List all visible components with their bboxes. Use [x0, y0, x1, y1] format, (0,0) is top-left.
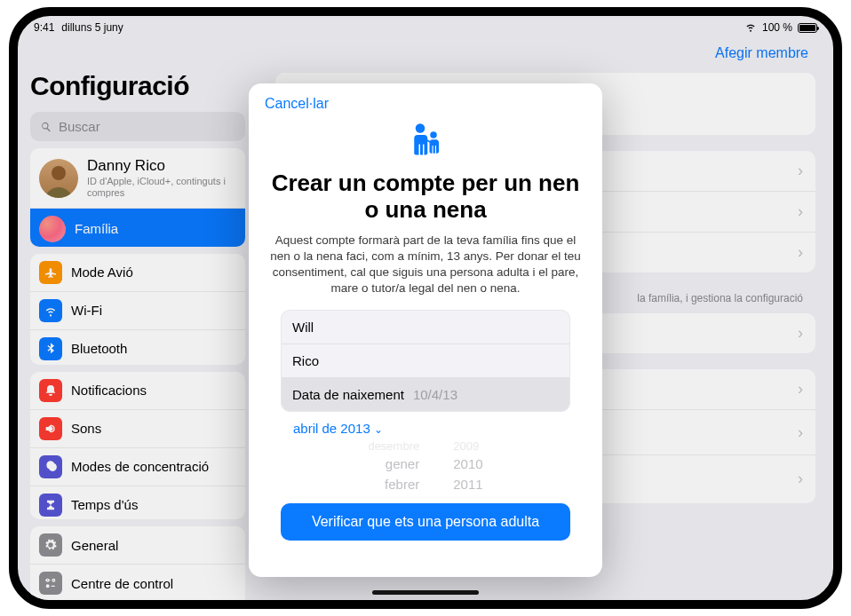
sidebar-item-label: Temps d'ús — [71, 497, 236, 512]
page-title: Configuració — [30, 71, 245, 101]
cancel-button[interactable]: Cancel·lar — [265, 96, 329, 112]
add-member-button[interactable]: Afegir membre — [715, 45, 808, 61]
date-picker-wheel[interactable]: desembre gener febrer 2009 2010 2011 — [265, 438, 586, 495]
month-year-label: abril de 2013 — [293, 421, 370, 436]
sidebar-item[interactable]: Notificacions — [30, 372, 245, 409]
sidebar-item[interactable]: Modes de concentració — [30, 447, 245, 486]
wheel-year: 2010 — [453, 454, 482, 475]
chevron-right-icon: › — [798, 470, 803, 488]
wheel-month: gener — [386, 454, 419, 475]
wifi-icon — [744, 20, 757, 36]
sidebar-item-label: Família — [75, 221, 236, 236]
sidebar-profile[interactable]: Danny Rico ID d'Apple, iCloud+, contingu… — [30, 148, 245, 208]
sidebar-item[interactable]: Sons — [30, 409, 245, 447]
wheel-year: 2011 — [453, 475, 482, 495]
home-indicator[interactable] — [372, 590, 479, 595]
search-icon — [39, 120, 53, 134]
sidebar-item[interactable]: General — [30, 526, 245, 564]
settings-icon — [39, 379, 62, 402]
chevron-right-icon: › — [798, 324, 803, 343]
sidebar-item-label: Centre de control — [71, 576, 236, 591]
settings-icon — [39, 572, 62, 595]
settings-icon — [39, 455, 62, 478]
sidebar-item[interactable]: Temps d'ús — [30, 486, 245, 520]
settings-icon — [39, 261, 62, 284]
sidebar-item-label: Sons — [71, 421, 236, 436]
search-input[interactable]: Buscar — [30, 112, 245, 141]
sidebar-item-label: Notificacions — [71, 383, 236, 398]
avatar — [39, 159, 78, 198]
status-time: 9:41 — [34, 21, 54, 34]
settings-icon — [39, 299, 62, 322]
birthdate-label: Data de naixement — [292, 387, 404, 402]
chevron-down-icon: ⌄ — [374, 423, 383, 436]
svg-point-1 — [430, 131, 437, 138]
last-name-field[interactable]: Rico — [282, 344, 569, 377]
chevron-right-icon: › — [798, 423, 803, 442]
svg-point-0 — [416, 123, 426, 133]
wheel-year: 2009 — [453, 438, 479, 455]
battery-icon — [798, 23, 817, 33]
settings-icon — [39, 337, 62, 360]
search-placeholder: Buscar — [59, 119, 100, 134]
create-child-account-sheet: Cancel·lar Crear un compte per un nen o … — [249, 83, 602, 577]
chevron-right-icon: › — [798, 243, 803, 262]
sheet-title: Crear un compte per un nen o una nena — [265, 170, 586, 224]
settings-icon — [39, 533, 62, 557]
wheel-month: febrer — [385, 475, 419, 495]
sidebar-item-label: General — [71, 538, 236, 553]
status-date: dilluns 5 juny — [61, 21, 123, 34]
sidebar-item-label: Wi-Fi — [71, 303, 236, 318]
sidebar-item[interactable]: Mode Avió — [30, 254, 245, 291]
status-bar: 9:41 dilluns 5 juny 100 % — [18, 16, 833, 39]
birthdate-value: 10/4/13 — [413, 387, 457, 402]
sidebar-item-label: Modes de concentració — [71, 459, 236, 474]
settings-icon — [39, 417, 62, 440]
sidebar-item[interactable]: Bluetooth — [30, 329, 245, 365]
sidebar-item-label: Bluetooth — [71, 341, 236, 356]
family-icon — [39, 216, 66, 242]
sidebar-item-label: Mode Avió — [71, 265, 236, 280]
first-name-field[interactable]: Will — [282, 311, 569, 344]
family-icon — [404, 119, 447, 165]
profile-subtitle: ID d'Apple, iCloud+, continguts i compre… — [87, 176, 236, 199]
birthdate-field[interactable]: Data de naixement 10/4/13 — [282, 377, 569, 411]
verify-adult-button[interactable]: Verificar que ets una persona adulta — [281, 503, 570, 541]
sheet-description: Aquest compte formarà part de la teva fa… — [268, 233, 583, 297]
sidebar-item[interactable]: Centre de control — [30, 564, 245, 600]
settings-sidebar: Configuració Buscar Danny Rico ID d'Appl… — [18, 67, 258, 600]
wheel-month: desembre — [368, 438, 419, 455]
battery-percent: 100 % — [762, 21, 792, 34]
chevron-right-icon: › — [798, 162, 803, 180]
month-year-toggle[interactable]: abril de 2013 ⌄ — [265, 412, 586, 438]
chevron-right-icon: › — [798, 202, 803, 221]
sidebar-item[interactable]: Wi-Fi — [30, 291, 245, 329]
chevron-right-icon: › — [798, 380, 803, 399]
sidebar-item-family[interactable]: Família — [30, 208, 245, 247]
profile-name: Danny Rico — [87, 157, 236, 175]
settings-icon — [39, 494, 62, 517]
